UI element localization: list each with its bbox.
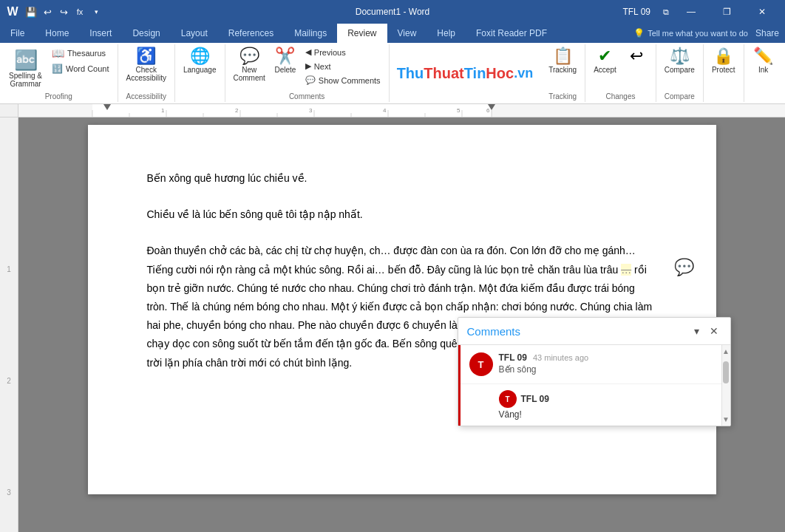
page-number-1: 1 — [7, 265, 11, 273]
spelling-grammar-button[interactable]: 🔤 Spelling &Grammar — [4, 46, 47, 91]
accessibility-group-label: Accessibility — [126, 91, 166, 100]
protect-items: 🔒 Protect — [708, 46, 739, 99]
accessibility-icon: ♿ — [136, 48, 156, 64]
tab-foxit[interactable]: Foxit Reader PDF — [466, 24, 557, 43]
word-count-button[interactable]: 🔢 Word Count — [48, 62, 113, 75]
comments-panel-title: Comments — [467, 325, 521, 338]
next-comment-button[interactable]: ▶ Next — [302, 60, 384, 72]
scroll-up-button[interactable]: ▲ — [720, 345, 732, 358]
svg-text:5: 5 — [457, 107, 461, 114]
tab-mailings[interactable]: Mailings — [284, 24, 337, 43]
reply-header: T TFL 09 — [499, 390, 721, 408]
compare-label: Compare — [665, 66, 695, 74]
page-numbers-sidebar: 1 2 3 — [0, 117, 18, 532]
ink-button[interactable]: ✏️ Ink — [749, 46, 778, 76]
proofing-group-label: Proofing — [45, 91, 72, 100]
changes-group-label: Changes — [605, 91, 635, 100]
show-comments-icon: 💬 — [305, 75, 316, 85]
reply-author: TFL 09 — [521, 394, 549, 404]
qat-dropdown-button[interactable]: ▾ — [89, 4, 103, 19]
ribbon-content: 🔤 Spelling &Grammar 📖 Thesaurus 🔢 Word C… — [0, 43, 785, 103]
thesaurus-button[interactable]: 📖 Thesaurus — [48, 46, 113, 61]
delete-comment-button[interactable]: ✂️ Delete — [271, 46, 300, 76]
share-button[interactable]: Share — [755, 28, 779, 38]
delete-comment-icon: ✂️ — [275, 48, 295, 64]
comment-nav-group: ◀ Previous ▶ Next 💬 Show Comments — [302, 46, 384, 86]
tab-references[interactable]: References — [218, 24, 284, 43]
tracking-button[interactable]: 📋 Tracking — [545, 46, 580, 76]
accept-button[interactable]: ✔ Accept — [590, 46, 620, 76]
logo-thu: Thu — [397, 65, 424, 82]
title-bar-right: TFL 09 ⧉ — ❐ ✕ — [622, 0, 779, 24]
svg-text:3: 3 — [309, 107, 313, 114]
check-accessibility-button[interactable]: ♿ CheckAccessibility — [123, 46, 170, 84]
comments-scrollbar[interactable]: ▲ ▼ — [721, 345, 730, 426]
restore-down-icon: ⧉ — [659, 5, 673, 18]
logo-vn: .vn — [514, 66, 533, 81]
tab-view[interactable]: View — [387, 24, 427, 43]
lightbulb-icon: 💡 — [633, 28, 645, 38]
comments-group: 💬 NewComment ✂️ Delete ◀ Previous ▶ Next — [225, 44, 390, 102]
compare-icon: ⚖️ — [670, 48, 690, 64]
tab-insert[interactable]: Insert — [79, 24, 122, 43]
protect-button[interactable]: 🔒 Protect — [708, 46, 739, 76]
comment-thread-area: T TFL 09 43 minutes ago — [458, 345, 730, 426]
ribbon-tabs: File Home Insert Design Layout Reference… — [0, 24, 785, 43]
language-group: 🌐 Language — [175, 44, 225, 102]
reject-button[interactable]: ↩ — [622, 46, 651, 68]
compare-group: ⚖️ Compare Compare — [656, 44, 704, 102]
show-comments-label: Show Comments — [319, 76, 381, 85]
ruler-corner — [0, 104, 18, 117]
comment-thread: T TFL 09 43 minutes ago — [461, 345, 730, 383]
tab-review[interactable]: Review — [337, 24, 387, 43]
comment-indicator-icon[interactable]: 💬 — [674, 258, 694, 277]
scroll-thumb[interactable] — [723, 361, 729, 383]
tab-file[interactable]: File — [0, 24, 35, 43]
formula-qat-button[interactable]: fx — [72, 4, 87, 19]
tab-layout[interactable]: Layout — [171, 24, 218, 43]
tab-home[interactable]: Home — [35, 24, 79, 43]
comments-sort-button[interactable]: ▾ — [691, 324, 702, 338]
logo-area: Thu Thuat Tin Hoc .vn — [394, 65, 537, 82]
tracking-group: 📋 Tracking Tracking — [540, 44, 585, 102]
previous-comment-button[interactable]: ◀ Previous — [302, 46, 384, 58]
comments-close-button[interactable]: ✕ — [707, 324, 721, 338]
paragraph-1: Bến xông quê hương lúc chiều về. — [147, 169, 657, 188]
tab-help[interactable]: Help — [427, 24, 466, 43]
new-comment-button[interactable]: 💬 NewComment — [230, 46, 269, 84]
thesaurus-label: Thesaurus — [67, 49, 106, 58]
accessibility-group: ♿ CheckAccessibility Accessibility — [118, 44, 175, 102]
language-icon: 🌐 — [190, 48, 210, 64]
comments-panel-actions: ▾ ✕ — [691, 324, 721, 338]
logo-tin: Tin — [464, 65, 486, 82]
restore-button[interactable]: ❐ — [710, 0, 744, 24]
comment-text-input[interactable] — [499, 364, 721, 375]
undo-qat-button[interactable]: ↩ — [40, 4, 55, 19]
ribbon: File Home Insert Design Layout Reference… — [0, 24, 785, 104]
svg-text:1: 1 — [161, 107, 165, 114]
show-comments-button[interactable]: 💬 Show Comments — [302, 74, 384, 86]
title-bar: W 💾 ↩ ↪ fx ▾ Document1 - Word TFL 09 ⧉ —… — [0, 0, 785, 24]
comment-avatar: T — [469, 352, 493, 376]
redo-qat-button[interactable]: ↪ — [56, 4, 71, 19]
comments-panel: Comments ▾ ✕ T TFL 09 — [458, 317, 731, 426]
language-button[interactable]: 🌐 Language — [180, 46, 220, 76]
spelling-label: Spelling &Grammar — [9, 72, 42, 88]
save-qat-button[interactable]: 💾 — [24, 4, 38, 19]
ink-items: ✏️ Ink — [749, 46, 778, 99]
svg-text:4: 4 — [383, 107, 387, 114]
tab-design[interactable]: Design — [122, 24, 170, 43]
quick-access-toolbar: 💾 ↩ ↪ fx ▾ — [24, 4, 103, 19]
minimize-button[interactable]: — — [674, 0, 708, 24]
wordcount-icon: 🔢 — [52, 64, 63, 74]
scroll-down-button[interactable]: ▼ — [720, 413, 732, 426]
logo-hoc: Hoc — [486, 65, 514, 82]
document-area[interactable]: 💬 Bến xông quê hương lúc chiều về. Chiều… — [18, 117, 785, 532]
accept-label: Accept — [594, 66, 616, 74]
app-icon: W — [6, 5, 19, 18]
close-button[interactable]: ✕ — [745, 0, 779, 24]
ribbon-collapse[interactable]: ▲ — [783, 44, 785, 102]
changes-group: ✔ Accept ↩ Changes — [585, 44, 656, 102]
compare-button[interactable]: ⚖️ Compare — [661, 46, 699, 76]
tell-me-button[interactable]: 💡 Tell me what you want to do — [633, 28, 748, 38]
